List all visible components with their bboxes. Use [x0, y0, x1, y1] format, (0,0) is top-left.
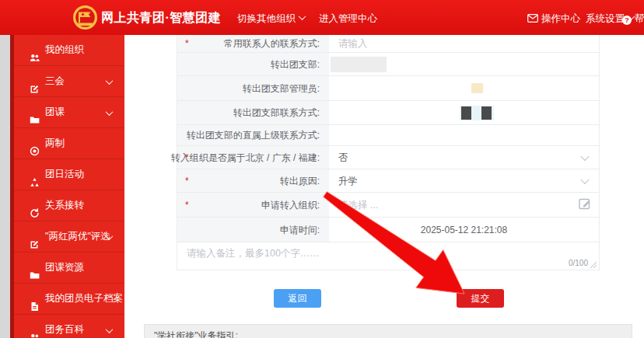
form-row-superior-contact: 转出团支部的直属上级联系方式: — [177, 125, 599, 146]
form-row-application-time: 申请时间: 2025-05-12 21:21:08 — [177, 218, 599, 242]
enter-admin-center-link[interactable]: 进入管理中心 — [319, 12, 377, 26]
chevron-down-icon — [106, 326, 114, 333]
form-row-out-branch: 转出团支部: — [177, 53, 599, 76]
app-window: 网上共青团·智慧团建 切换其他组织 进入管理中心 操作中心 系统设置 ?帮助 我… — [0, 0, 644, 338]
transfer-application-form: * 常用联系人的联系方式: 请输入 转出团支部: 转出团支部管理员: 转出团支部… — [177, 35, 600, 270]
action-center-menu[interactable]: 操作中心 — [527, 12, 580, 26]
redacted-value-box — [460, 106, 494, 120]
field-label: 转出团支部的直属上级联系方式: — [187, 129, 320, 142]
sidebar-nav: 我的组织 三会 团课 两制 团日活动 关系接转 "两红两优"评选 — [14, 35, 124, 338]
form-row-remarks: 备注: 请输入备注，最多100个字…… 0/100 — [177, 242, 599, 270]
form-row-contact-method: * 常用联系人的联系方式: 请输入 — [177, 35, 599, 53]
sidebar-item-member-e-archive[interactable]: 我的团员电子档案 — [14, 284, 124, 315]
sidebar-item-my-organization[interactable]: 我的组织 — [14, 35, 124, 66]
application-time-value: 2025-05-12 21:21:08 — [329, 225, 599, 235]
char-counter: 0/100 — [569, 259, 588, 267]
region-select[interactable]: 否 — [329, 146, 599, 169]
transfer-reason-select[interactable]: 升学 — [329, 169, 599, 192]
required-marker: * — [185, 38, 189, 49]
field-label: 申请转入组织: — [261, 198, 320, 211]
form-row-target-organization: * 申请转入组织: 请选择 ... — [177, 193, 599, 218]
field-label: 常用联系人的联系方式: — [224, 37, 320, 51]
target-organization-picker[interactable]: 请选择 ... — [329, 193, 599, 217]
sidebar-item-league-class[interactable]: 团课 — [14, 97, 124, 128]
redacted-block — [461, 106, 471, 120]
top-header-bar: 网上共青团·智慧团建 切换其他组织 进入管理中心 操作中心 系统设置 ?帮助 — [0, 0, 644, 35]
redacted-value-box — [471, 83, 483, 93]
form-row-out-branch-contact: 转出团支部联系方式: — [177, 101, 599, 125]
form-row-target-region-select: * 转入组织是否属于北京 / 广东 / 福建: 否 — [177, 146, 599, 169]
sidebar-item-class-resources[interactable]: 团课资源 — [14, 253, 124, 284]
chevron-down-icon — [106, 77, 114, 85]
contact-method-input[interactable]: 请输入 — [338, 37, 368, 51]
form-row-out-branch-admin: 转出团支部管理员: — [177, 76, 599, 101]
redacted-block — [481, 106, 492, 120]
required-marker: * — [185, 176, 189, 186]
chevron-down-icon — [580, 175, 589, 183]
chevron-down-icon — [580, 152, 589, 160]
field-label: 申请时间: — [280, 223, 320, 236]
left-gutter — [0, 35, 10, 338]
sidebar-item-three-meetings[interactable]: 三会 — [14, 66, 124, 97]
sidebar-item-two-systems[interactable]: 两制 — [14, 128, 124, 159]
required-marker: * — [185, 200, 189, 211]
field-label: 转出团支部管理员: — [243, 82, 320, 95]
redacted-value-box — [331, 57, 387, 72]
envelope-icon — [527, 14, 538, 25]
chevron-down-icon — [299, 12, 306, 20]
chevron-down-icon — [106, 108, 114, 116]
sidebar-item-relationship-transfer[interactable]: 关系接转 — [14, 190, 124, 221]
field-label: 转出团支部联系方式: — [233, 106, 320, 120]
form-row-transfer-reason-select: * 转出原因: 升学 — [177, 169, 599, 193]
users-icon — [30, 325, 40, 338]
submit-button[interactable]: 提交 — [457, 289, 504, 308]
sidebar-item-league-encyclopedia[interactable]: 团务百科 — [14, 315, 124, 338]
guide-title: "学社衔接"业务指引: — [154, 329, 238, 338]
switch-organization-menu[interactable]: 切换其他组织 — [237, 12, 305, 26]
field-label: 转出原因: — [280, 174, 320, 187]
app-title: 网上共青团·智慧团建 — [101, 10, 221, 26]
field-label: 转出团支部: — [271, 57, 320, 71]
resize-grip[interactable] — [590, 262, 597, 268]
business-guide-panel: "学社衔接"业务指引: — [144, 324, 632, 338]
edit-icon[interactable] — [578, 196, 593, 214]
help-menu[interactable]: ?帮助 — [622, 12, 644, 26]
field-label: 转入组织是否属于北京 / 广东 / 福建: — [171, 151, 320, 164]
help-icon: ? — [622, 16, 632, 25]
sidebar-item-league-day-activity[interactable]: 团日活动 — [14, 159, 124, 190]
remarks-textarea[interactable]: 请输入备注，最多100个字…… 0/100 — [177, 242, 599, 270]
sidebar-item-two-red-two-excellent[interactable]: "两红两优"评选 — [14, 221, 124, 253]
league-badge-logo — [72, 5, 98, 33]
back-button[interactable]: 返回 — [274, 289, 321, 308]
